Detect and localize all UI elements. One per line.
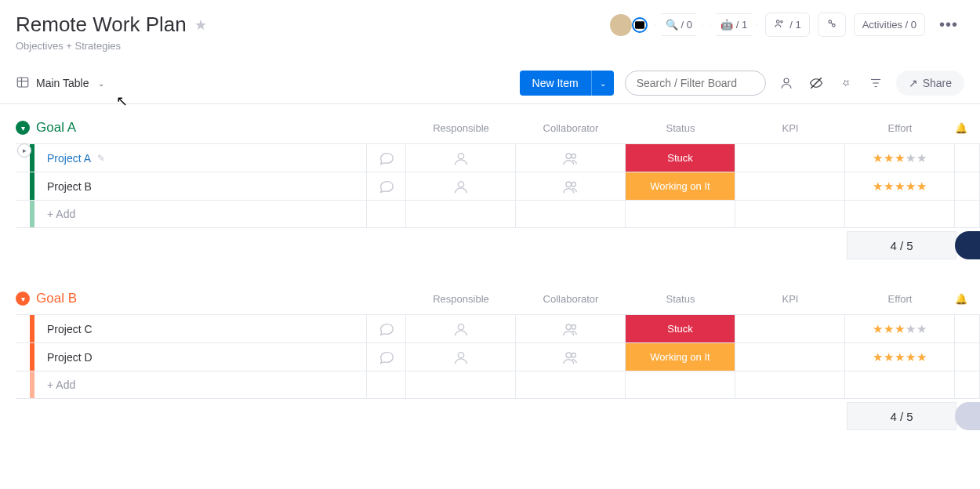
effort-cell[interactable]: ★★★★★ bbox=[845, 172, 955, 200]
group-collapse-icon[interactable]: ▾ bbox=[16, 121, 30, 135]
group-collapse-icon[interactable]: ▾ bbox=[16, 292, 30, 306]
svg-point-20 bbox=[458, 324, 463, 329]
row-name-cell[interactable]: Project C bbox=[34, 315, 367, 342]
svg-point-9 bbox=[784, 78, 789, 83]
svg-point-18 bbox=[566, 182, 571, 187]
chat-icon[interactable] bbox=[367, 144, 406, 172]
board-title: Remote Work Plan bbox=[16, 13, 187, 37]
members-icon bbox=[774, 18, 785, 31]
notification-bell-icon[interactable]: 🔔 bbox=[955, 122, 980, 134]
chat-icon[interactable] bbox=[367, 172, 406, 200]
owner-avatar[interactable] bbox=[610, 14, 632, 36]
chat-icon[interactable] bbox=[367, 315, 406, 342]
new-item-dropdown[interactable]: ⌄ bbox=[591, 71, 614, 96]
svg-point-17 bbox=[458, 181, 463, 187]
share-button[interactable]: ↗ Share bbox=[896, 71, 964, 96]
column-header-kpi[interactable]: KPI bbox=[735, 122, 845, 134]
kpi-cell[interactable] bbox=[735, 144, 845, 172]
svg-point-23 bbox=[458, 352, 463, 357]
kpi-cell[interactable] bbox=[735, 343, 845, 371]
members-count: / 1 bbox=[789, 19, 800, 31]
responsible-cell[interactable] bbox=[406, 172, 516, 200]
new-item-button[interactable]: New Item bbox=[520, 71, 591, 96]
table-row: Project D Working on It ★★★★★ bbox=[16, 342, 980, 371]
row-end-cell bbox=[955, 172, 980, 200]
column-header-kpi[interactable]: KPI bbox=[735, 293, 845, 305]
svg-point-24 bbox=[566, 353, 571, 357]
integrations-pill[interactable]: 🔍 / 0 bbox=[655, 13, 702, 36]
effort-cell[interactable]: ★★★★★ bbox=[845, 144, 955, 172]
add-row-label[interactable]: + Add bbox=[34, 371, 367, 398]
svg-point-15 bbox=[566, 154, 571, 158]
kpi-cell[interactable] bbox=[735, 315, 845, 342]
collaborator-cell[interactable] bbox=[516, 144, 626, 172]
add-row[interactable]: + Add bbox=[16, 371, 980, 399]
summary-end-pill bbox=[955, 402, 980, 430]
responsible-cell[interactable] bbox=[406, 343, 516, 371]
column-header-responsible[interactable]: Responsible bbox=[406, 122, 516, 134]
svg-point-14 bbox=[458, 153, 463, 158]
effort-cell[interactable]: ★★★★★ bbox=[845, 315, 955, 342]
kpi-cell[interactable] bbox=[735, 172, 845, 200]
row-name-cell[interactable]: Project A✎ bbox=[34, 144, 367, 172]
add-row-label[interactable]: + Add bbox=[34, 201, 367, 227]
row-expand-icon[interactable]: ▸ bbox=[17, 143, 31, 158]
svg-point-3 bbox=[781, 21, 782, 23]
view-selector[interactable]: Main Table ⌄ bbox=[16, 75, 104, 92]
effort-summary: 4 / 5 bbox=[847, 231, 956, 259]
status-cell[interactable]: Stuck bbox=[626, 315, 735, 342]
favorite-star-icon[interactable]: ★ bbox=[194, 16, 207, 34]
status-cell[interactable]: Working on It bbox=[626, 172, 735, 200]
column-header-status[interactable]: Status bbox=[626, 122, 735, 134]
row-end-cell bbox=[955, 343, 980, 371]
share-arrow-icon: ↗ bbox=[909, 77, 918, 89]
column-header-collaborator[interactable]: Collaborator bbox=[516, 293, 626, 305]
status-cell[interactable]: Working on It bbox=[626, 343, 735, 371]
permissions-pill[interactable] bbox=[818, 13, 846, 37]
table-row: Project B Working on It ★★★★★ bbox=[16, 172, 980, 200]
person-filter-icon[interactable] bbox=[777, 74, 796, 92]
share-label: Share bbox=[923, 77, 952, 89]
column-header-responsible[interactable]: Responsible bbox=[406, 293, 516, 305]
row-end-cell bbox=[955, 315, 980, 342]
edit-pencil-icon[interactable]: ✎ bbox=[97, 153, 105, 164]
svg-point-1 bbox=[637, 24, 640, 26]
more-menu-icon[interactable]: ••• bbox=[933, 16, 964, 34]
effort-cell[interactable]: ★★★★★ bbox=[845, 343, 955, 371]
effort-summary: 4 / 5 bbox=[847, 402, 956, 430]
filter-icon[interactable] bbox=[866, 74, 885, 92]
summary-end-pill bbox=[955, 231, 980, 259]
responsible-cell[interactable] bbox=[406, 144, 516, 172]
svg-point-21 bbox=[566, 324, 571, 329]
members-pill[interactable]: / 1 bbox=[765, 13, 809, 37]
collaborator-cell[interactable] bbox=[516, 172, 626, 200]
group-name[interactable]: Goal B bbox=[36, 291, 77, 306]
svg-rect-6 bbox=[17, 78, 28, 87]
row-name-cell[interactable]: Project D bbox=[34, 343, 367, 371]
status-cell[interactable]: Stuck bbox=[626, 144, 735, 172]
pin-icon[interactable] bbox=[837, 74, 855, 92]
chat-icon[interactable] bbox=[367, 343, 406, 371]
automations-pill[interactable]: 🤖 / 1 bbox=[710, 13, 757, 36]
svg-point-2 bbox=[777, 20, 780, 24]
activities-pill[interactable]: Activities / 0 bbox=[854, 13, 925, 36]
group-name[interactable]: Goal A bbox=[36, 120, 76, 136]
responsible-cell[interactable] bbox=[406, 315, 516, 342]
integration-count: / 0 bbox=[681, 19, 692, 31]
search-input[interactable] bbox=[625, 71, 766, 96]
table-icon bbox=[16, 75, 30, 92]
hide-icon[interactable] bbox=[807, 74, 826, 92]
row-name-cell[interactable]: Project B bbox=[34, 172, 367, 200]
automation-icon: 🤖 bbox=[720, 19, 733, 31]
column-header-collaborator[interactable]: Collaborator bbox=[516, 122, 626, 134]
column-header-effort[interactable]: Effort bbox=[845, 122, 955, 134]
column-header-effort[interactable]: Effort bbox=[845, 293, 955, 305]
collaborator-cell[interactable] bbox=[516, 315, 626, 342]
collaborator-cell[interactable] bbox=[516, 343, 626, 371]
column-header-status[interactable]: Status bbox=[626, 293, 735, 305]
add-row[interactable]: + Add bbox=[16, 200, 980, 228]
table-row: Project C Stuck ★★★★★ bbox=[16, 314, 980, 342]
notification-bell-icon[interactable]: 🔔 bbox=[955, 293, 980, 305]
gear-link-icon bbox=[826, 18, 837, 31]
avatar-badge-icon[interactable] bbox=[632, 17, 648, 33]
